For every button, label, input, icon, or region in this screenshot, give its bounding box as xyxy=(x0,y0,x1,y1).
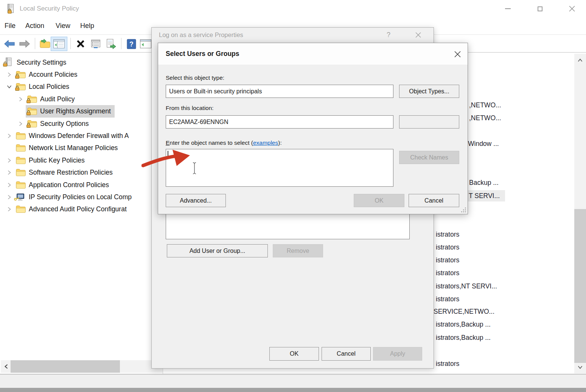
tree-item-label: Security Options xyxy=(40,120,89,128)
forward-icon[interactable] xyxy=(17,37,32,51)
close-icon[interactable] xyxy=(563,2,581,15)
folder-icon xyxy=(16,180,26,190)
tree-item-security-settings[interactable]: Security Settings xyxy=(0,56,163,68)
examples-link[interactable]: examples xyxy=(253,139,278,146)
object-names-label: Enter the object names to select (exampl… xyxy=(166,139,282,146)
scroll-up-icon[interactable] xyxy=(574,55,586,65)
check-names-button[interactable]: Check Names xyxy=(399,151,459,164)
close-icon[interactable] xyxy=(410,29,426,40)
add-user-or-group-button[interactable]: Add User or Group... xyxy=(167,244,268,257)
toolbar-separator xyxy=(121,38,121,49)
vertical-scrollbar-thumb[interactable] xyxy=(574,209,586,363)
tree-item-audit-policy[interactable]: Audit Policy xyxy=(0,93,163,105)
tree-item-network-list-manager[interactable]: Network List Manager Policies xyxy=(0,142,163,154)
location-field[interactable]: EC2AMAZ-69ENNGN xyxy=(166,115,393,129)
tree-item-windows-defender-firewall[interactable]: Windows Defender Firewall with A xyxy=(0,130,163,142)
folder-icon xyxy=(16,155,26,166)
chevron-right-icon[interactable] xyxy=(4,133,14,139)
chevron-right-icon[interactable] xyxy=(4,194,14,200)
chevron-down-icon[interactable] xyxy=(4,85,14,89)
show-console-tree-icon[interactable] xyxy=(51,37,67,51)
close-icon[interactable] xyxy=(449,48,465,60)
locations-button[interactable] xyxy=(399,115,459,129)
new-window-icon[interactable] xyxy=(138,37,153,51)
delete-icon[interactable] xyxy=(73,37,88,51)
app-icon xyxy=(6,4,15,16)
ok-button[interactable]: OK xyxy=(269,347,319,361)
policy-setting-fragment-selected: T SERVI... xyxy=(468,190,505,201)
chevron-right-icon[interactable] xyxy=(4,72,14,77)
title-bar: Local Security Policy xyxy=(0,0,586,18)
back-icon[interactable] xyxy=(2,37,17,51)
horizontal-scrollbar[interactable] xyxy=(1,360,163,373)
chevron-right-icon[interactable] xyxy=(4,170,14,175)
location-label: From this location: xyxy=(166,105,214,112)
properties-icon[interactable] xyxy=(89,37,103,51)
tree-item-label: Network List Manager Policies xyxy=(29,144,118,152)
object-type-value: Users or Built-in security principals xyxy=(169,88,262,95)
maximize-icon[interactable] xyxy=(531,2,549,15)
help-icon[interactable]: ? xyxy=(382,29,395,40)
menu-action[interactable]: Action xyxy=(25,22,44,30)
tree-item-security-options[interactable]: Security Options xyxy=(0,118,163,130)
tree-item-application-control[interactable]: Application Control Policies xyxy=(0,179,163,191)
tree-item-ip-security-policies[interactable]: IP Security Policies on Local Comp xyxy=(0,191,163,203)
policy-setting-fragment: istrators,NT SERVI... xyxy=(436,282,497,290)
folder-icon xyxy=(16,167,26,178)
scroll-left-icon[interactable] xyxy=(2,360,11,373)
tree-item-user-rights-assignment[interactable]: User Rights Assignment xyxy=(0,105,163,118)
window-title: Local Security Policy xyxy=(20,5,79,12)
chevron-right-icon[interactable] xyxy=(4,158,14,163)
policy-setting-fragment: istrators xyxy=(436,230,459,239)
tree-item-label: Public Key Policies xyxy=(29,156,85,164)
menu-help[interactable]: Help xyxy=(80,22,94,30)
minimize-icon[interactable] xyxy=(499,2,516,15)
policy-setting-fragment: SERVICE,NETWO... xyxy=(434,307,494,316)
resize-grip[interactable] xyxy=(461,207,466,214)
toolbar-separator xyxy=(70,38,71,49)
chevron-right-icon[interactable] xyxy=(4,206,14,212)
advanced-button[interactable]: Advanced... xyxy=(166,194,226,207)
chevron-right-icon[interactable] xyxy=(15,96,26,102)
object-type-field[interactable]: Users or Built-in security principals xyxy=(166,85,393,98)
ibeam-cursor xyxy=(191,162,197,176)
chevron-right-icon[interactable] xyxy=(4,182,14,188)
object-types-button[interactable]: Object Types... xyxy=(399,85,459,98)
policy-setting-fragment: istrators xyxy=(436,243,459,251)
chevron-right-icon[interactable] xyxy=(15,121,26,127)
red-annotation-arrow xyxy=(141,148,191,171)
ok-button[interactable]: OK xyxy=(354,194,404,207)
object-names-input[interactable] xyxy=(166,149,393,187)
tree-item-local-policies[interactable]: Local Policies xyxy=(0,81,163,93)
folder-icon xyxy=(16,143,26,153)
menu-file[interactable]: File xyxy=(5,22,16,30)
toolbar-separator xyxy=(35,38,35,49)
object-type-label: Select this object type: xyxy=(166,74,224,81)
svg-text:?: ? xyxy=(129,40,134,48)
folder-lock-icon xyxy=(27,106,37,116)
tree-item-advanced-audit-policy[interactable]: Advanced Audit Policy Configurat xyxy=(0,203,163,215)
policy-setting-fragment: istrators,Backup ... xyxy=(436,333,491,342)
tree-item-account-policies[interactable]: Account Policies xyxy=(0,68,163,81)
horizontal-scrollbar-thumb[interactable] xyxy=(11,360,120,373)
folder-lock-icon xyxy=(16,82,26,92)
remove-button[interactable]: Remove xyxy=(273,244,323,257)
tree-item-label: IP Security Policies on Local Comp xyxy=(29,193,132,201)
tree-item-label: Local Policies xyxy=(29,83,69,91)
menu-view[interactable]: View xyxy=(56,22,70,30)
help-icon[interactable]: ? xyxy=(124,37,138,51)
tree-item-public-key-policies[interactable]: Public Key Policies xyxy=(0,154,163,166)
vertical-scrollbar[interactable] xyxy=(574,54,586,373)
tree-item-software-restriction[interactable]: Software Restriction Policies xyxy=(0,167,163,179)
cancel-button[interactable]: Cancel xyxy=(322,347,371,361)
scroll-down-icon[interactable] xyxy=(574,362,586,372)
export-icon[interactable] xyxy=(38,37,52,51)
export-list-icon[interactable] xyxy=(104,37,118,51)
tree-item-label: Windows Defender Firewall with A xyxy=(29,132,129,140)
folder-icon xyxy=(16,204,26,214)
members-listbox[interactable] xyxy=(166,214,410,239)
computer-key-icon xyxy=(16,192,26,202)
cancel-button[interactable]: Cancel xyxy=(409,194,459,207)
apply-button[interactable]: Apply xyxy=(373,347,422,361)
tree-item-label: Advanced Audit Policy Configurat xyxy=(29,205,127,213)
